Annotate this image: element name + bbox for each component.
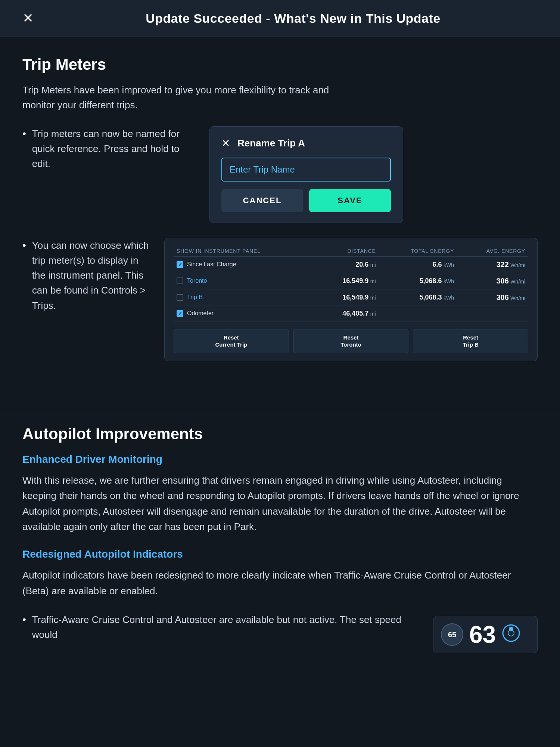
dialog-title: Rename Trip A: [237, 137, 305, 149]
col-show-panel: SHOW IN INSTRUMENT PANEL: [174, 246, 316, 257]
reset-trip-b-button[interactable]: ResetTrip B: [413, 329, 528, 353]
table-row: Toronto 16,549.9 mi 5,068.6 kWh 306 Wh/m…: [174, 273, 528, 289]
bullet-dot-1: •: [22, 128, 26, 171]
checkmark-icon: ✓: [178, 311, 182, 316]
row-2-distance: 16,549.9 mi: [316, 273, 379, 289]
autopilot-title: Autopilot Improvements: [22, 425, 538, 443]
row-1-distance: 20.6 mi: [316, 256, 379, 273]
table-row: ✓ Since Last Charge 20.6 mi 6.6 kWh 322 …: [174, 256, 528, 273]
page-container: ✕ Update Succeeded - What's New in This …: [0, 0, 560, 747]
trip-panel: SHOW IN INSTRUMENT PANEL DISTANCE TOTAL …: [164, 238, 538, 361]
autopilot-bullet-text: Traffic-Aware Cruise Control and Autoste…: [32, 612, 418, 642]
autopilot-bullet-col: • Traffic-Aware Cruise Control and Autos…: [22, 612, 418, 651]
checkbox-trip-b[interactable]: [177, 294, 183, 301]
table-row: ✓ Odometer 46,405.7 mi: [174, 306, 528, 321]
rename-dialog: ✕ Rename Trip A CANCEL SAVE: [209, 126, 403, 223]
dialog-buttons: CANCEL SAVE: [221, 189, 391, 212]
redesigned-indicators-body: Autopilot indicators have been redesigne…: [22, 568, 538, 599]
row-2-total-energy: 5,068.6 kWh: [379, 273, 457, 289]
section-divider: [0, 410, 560, 410]
col-total-energy: TOTAL ENERGY: [379, 246, 457, 257]
dialog-header: ✕ Rename Trip A: [221, 137, 391, 149]
row-4-distance: 46,405.7 mi: [316, 306, 379, 321]
row-3-name: Trip B: [174, 289, 316, 306]
checkbox-since-last-charge[interactable]: ✓: [177, 261, 183, 268]
table-header-row: SHOW IN INSTRUMENT PANEL DISTANCE TOTAL …: [174, 246, 528, 257]
bullet-2-text-col: • You can now choose which trip meter(s)…: [22, 238, 149, 322]
bullet-1-text: Trip meters can now be named for quick r…: [32, 126, 194, 171]
trip-name-input[interactable]: [221, 158, 391, 182]
speed-limit-value: 65: [448, 630, 456, 639]
row-1-total-energy: 6.6 kWh: [379, 256, 457, 273]
row-3-label: Trip B: [187, 294, 203, 301]
table-row: Trip B 16,549.9 mi 5,068.3 kWh 306 Wh/mi: [174, 289, 528, 306]
row-4-avg-energy: [457, 306, 528, 321]
cancel-button[interactable]: CANCEL: [221, 189, 303, 212]
header: ✕ Update Succeeded - What's New in This …: [0, 0, 560, 37]
autopilot-icon: [502, 624, 520, 646]
reset-buttons-row: ResetCurrent Trip ResetToronto ResetTrip…: [174, 329, 528, 353]
bullet-2-item: • You can now choose which trip meter(s)…: [22, 238, 149, 313]
bullet-1-item: • Trip meters can now be named for quick…: [22, 126, 194, 171]
speed-preview: 65 63: [433, 616, 538, 653]
row-3-distance: 16,549.9 mi: [316, 289, 379, 306]
bullet-1-text-col: • Trip meters can now be named for quick…: [22, 126, 194, 180]
trip-meters-desc: Trip Meters have been improved to give y…: [22, 83, 358, 113]
autopilot-bullet-section: • Traffic-Aware Cruise Control and Autos…: [22, 612, 538, 653]
reset-current-trip-button[interactable]: ResetCurrent Trip: [174, 329, 289, 353]
speed-limit-badge: 65: [441, 623, 463, 646]
checkbox-odometer[interactable]: ✓: [177, 310, 183, 317]
row-1-avg-energy: 322 Wh/mi: [457, 256, 528, 273]
enhanced-monitoring-title: Enhanced Driver Monitoring: [22, 453, 538, 465]
page-title: Update Succeeded - What's New in This Up…: [49, 11, 538, 26]
row-4-total-energy: [379, 306, 457, 321]
row-2-label: Toronto: [187, 278, 207, 284]
reset-toronto-button[interactable]: ResetToronto: [293, 329, 409, 353]
trip-table: SHOW IN INSTRUMENT PANEL DISTANCE TOTAL …: [174, 246, 528, 322]
redesigned-indicators-title: Redesigned Autopilot Indicators: [22, 548, 538, 560]
trip-bullet-1-section: • Trip meters can now be named for quick…: [22, 126, 538, 223]
autopilot-section: Autopilot Improvements Enhanced Driver M…: [0, 425, 560, 676]
row-2-avg-energy: 306 Wh/mi: [457, 273, 528, 289]
autopilot-bullet-item: • Traffic-Aware Cruise Control and Autos…: [22, 612, 418, 642]
enhanced-monitoring-body: With this release, we are further ensuri…: [22, 473, 538, 535]
save-button[interactable]: SAVE: [309, 189, 391, 212]
trip-bullet-2-section: • You can now choose which trip meter(s)…: [22, 238, 538, 361]
row-2-name: Toronto: [174, 273, 316, 289]
col-distance: DISTANCE: [316, 246, 379, 257]
trip-meters-title: Trip Meters: [22, 56, 538, 74]
row-3-avg-energy: 306 Wh/mi: [457, 289, 528, 306]
bullet-dot-auto: •: [22, 614, 26, 642]
col-avg-energy: AVG. ENERGY: [457, 246, 528, 257]
current-speed-value: 63: [469, 621, 496, 648]
checkbox-toronto[interactable]: [177, 278, 183, 284]
dialog-close-button[interactable]: ✕: [221, 137, 230, 149]
row-4-label: Odometer: [187, 310, 214, 317]
bullet-2-text: You can now choose which trip meter(s) t…: [32, 238, 149, 313]
main-content: Trip Meters Trip Meters have been improv…: [0, 37, 560, 395]
bullet-dot-2: •: [22, 239, 26, 313]
row-4-name: ✓ Odometer: [174, 306, 316, 321]
row-1-label: Since Last Charge: [187, 261, 236, 268]
checkmark-icon: ✓: [178, 262, 182, 267]
row-1-name: ✓ Since Last Charge: [174, 256, 316, 273]
header-close-icon[interactable]: ✕: [22, 10, 34, 26]
row-3-total-energy: 5,068.3 kWh: [379, 289, 457, 306]
